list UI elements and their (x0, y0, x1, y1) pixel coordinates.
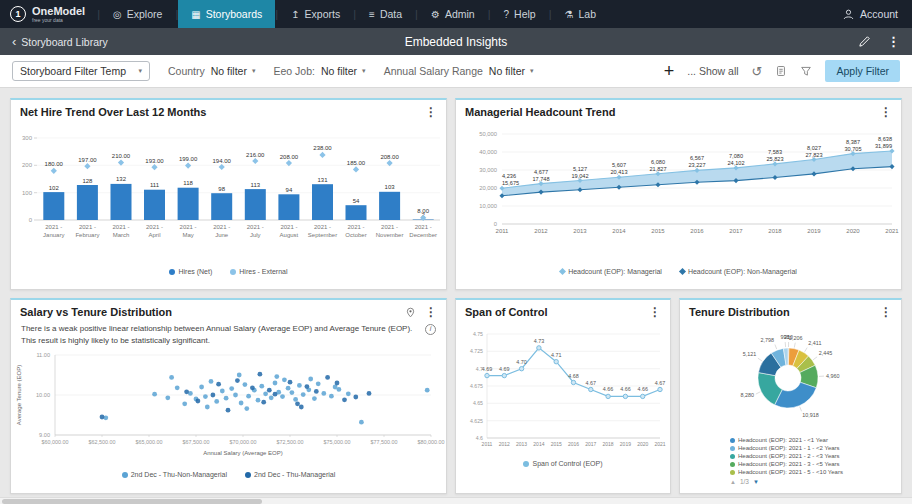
storyboard-filter-template-select[interactable]: Storyboard Filter Temp ▾ (12, 61, 150, 81)
legend-page-up-icon[interactable]: ▲ (730, 479, 736, 485)
country-filter-dropdown[interactable]: No filter ▾ (211, 65, 256, 77)
card-title: Span of Control (465, 306, 548, 318)
card-menu-icon[interactable]: ⋮ (425, 106, 437, 118)
legend-item[interactable]: Headcount (EOP): 2021 - 1 - <2 Years (730, 445, 901, 451)
pencil-icon (858, 35, 871, 48)
nav-item-storyboards[interactable]: ▦ Storyboards (178, 0, 275, 28)
nav-label: Lab (579, 8, 597, 20)
legend-item[interactable]: Headcount (EOP): Managerial (560, 268, 662, 275)
nav-item-data[interactable]: ≡ Data (356, 0, 415, 28)
info-icon[interactable]: i (425, 324, 436, 335)
legend-label: Headcount (EOP): Non-Managerial (688, 268, 797, 275)
card-header: Span of Control ⋮ (456, 300, 670, 320)
legend-label: Headcount (EOP): 2021 - 3 - <5 Years (738, 461, 840, 467)
svg-text:8,280: 8,280 (741, 392, 755, 398)
nav-label: Explore (127, 8, 163, 20)
legend-label: 2nd Dec - Thu-Managerial (254, 471, 335, 478)
svg-text:9.00: 9.00 (39, 432, 50, 438)
eeo-job-filter-dropdown[interactable]: No filter ▾ (321, 65, 366, 77)
svg-text:5,127: 5,127 (573, 166, 587, 172)
svg-text:194.00: 194.00 (213, 158, 232, 164)
nav-item-admin[interactable]: ⚙ Admin (418, 0, 488, 28)
legend-item[interactable]: Hires - External (230, 268, 287, 275)
svg-text:2014: 2014 (533, 441, 544, 447)
legend-item[interactable]: Headcount (EOP): Non-Managerial (680, 268, 797, 275)
tenure-donut-chart[interactable]: 2102,2062,4112,4454,96010,9188,2805,1212… (680, 320, 901, 436)
card-menu-icon[interactable]: ⋮ (880, 306, 892, 318)
add-filter-button[interactable]: + (664, 62, 675, 80)
svg-text:$77,500.00: $77,500.00 (371, 439, 398, 445)
legend-item[interactable]: Hires (Net) (169, 268, 212, 275)
svg-text:2020: 2020 (637, 441, 648, 447)
svg-text:6,567: 6,567 (690, 155, 704, 161)
brand[interactable]: 1 OneModel free your data (0, 0, 97, 28)
nav-item-exports[interactable]: ↥ Exports (278, 0, 353, 28)
save-filter-button[interactable] (775, 65, 787, 77)
svg-text:June: June (215, 232, 229, 238)
scrollbar-thumb[interactable] (2, 499, 262, 504)
svg-text:208.00: 208.00 (380, 154, 399, 160)
svg-text:2021 -: 2021 - (79, 224, 96, 230)
card-net-hire-trend: Net Hire Trend Over Last 12 Months ⋮ 010… (10, 98, 447, 290)
span-of-control-line-chart[interactable]: 4.64.6254.654.6754.74.7254.754.6920114.6… (456, 320, 670, 460)
apply-filter-button[interactable]: Apply Filter (825, 60, 900, 82)
nav-item-explore[interactable]: ◎ Explore (100, 0, 175, 28)
card-header: Net Hire Trend Over Last 12 Months ⋮ (11, 100, 446, 120)
svg-text:6,080: 6,080 (651, 159, 665, 165)
chevron-down-icon: ▾ (362, 67, 366, 75)
svg-text:197.00: 197.00 (78, 157, 97, 163)
account-menu[interactable]: Account (828, 0, 912, 28)
svg-text:2,411: 2,411 (808, 340, 821, 346)
horizontal-scrollbar[interactable] (0, 497, 912, 504)
legend-label: Hires (Net) (178, 268, 212, 275)
svg-text:21,827: 21,827 (649, 166, 666, 172)
svg-text:100: 100 (22, 190, 33, 196)
svg-text:2012: 2012 (499, 441, 510, 447)
insight-pin-icon[interactable] (405, 307, 416, 318)
svg-text:4.71: 4.71 (551, 352, 562, 358)
svg-text:2021 -: 2021 - (415, 224, 432, 230)
insight-text: There is a weak positive linear relation… (11, 320, 446, 349)
legend-item[interactable]: Headcount (EOP): 2021 - 5 - <10 Years (730, 469, 901, 475)
legend-item[interactable]: Headcount (EOP): 2021 - 3 - <5 Years (730, 461, 901, 467)
net-hire-bar-chart[interactable]: 0100200300102180.002021 -January128197.0… (11, 120, 446, 268)
legend-item[interactable]: Span of Control (EOP) (523, 460, 602, 467)
card-menu-icon[interactable]: ⋮ (425, 306, 437, 318)
insight-line-1: There is a weak positive linear relation… (21, 323, 418, 335)
svg-text:2021 -: 2021 - (314, 224, 331, 230)
svg-text:Annual Salary (Average EOP): Annual Salary (Average EOP) (203, 450, 283, 456)
salary-range-filter-dropdown[interactable]: No filter ▾ (489, 65, 534, 77)
storyboards-icon: ▦ (191, 9, 200, 20)
help-icon: ? (504, 9, 510, 20)
svg-text:128: 128 (82, 178, 93, 184)
card-managerial-headcount-trend: Managerial Headcount Trend ⋮ 010,00020,0… (455, 98, 902, 290)
chevron-down-icon: ▾ (252, 67, 256, 75)
nav-item-lab[interactable]: ⚗ Lab (552, 0, 610, 28)
legend-label: Headcount (EOP): 2021 - 1 - <2 Years (738, 445, 840, 451)
legend-marker (730, 470, 735, 475)
svg-text:4.69: 4.69 (482, 366, 493, 372)
clear-filter-button[interactable] (800, 65, 812, 77)
legend-item[interactable]: 2nd Dec - Thu-Non-Managerial (122, 471, 227, 478)
show-all-link[interactable]: ... Show all (687, 65, 738, 77)
svg-text:February: February (75, 232, 99, 238)
card-menu-icon[interactable]: ⋮ (649, 306, 661, 318)
nav-item-help[interactable]: ? Help (491, 0, 549, 28)
legend-item[interactable]: 2nd Dec - Thu-Managerial (245, 471, 335, 478)
legend-item[interactable]: Headcount (EOP): 2021 - 2 - <3 Years (730, 453, 901, 459)
card-menu-icon[interactable]: ⋮ (880, 106, 892, 118)
nav-label: Storyboards (206, 8, 263, 20)
managerial-area-chart[interactable]: 010,00020,00030,00040,00050,0004,23615,6… (456, 120, 901, 268)
document-icon (775, 65, 787, 77)
svg-text:11.00: 11.00 (36, 352, 50, 358)
legend-page-down-icon[interactable]: ▼ (753, 479, 759, 485)
salary-tenure-scatter-chart[interactable]: 9.0010.0011.00$60,000.00$62,500.00$65,00… (11, 349, 446, 471)
back-to-library-link[interactable]: ‹ Storyboard Library (12, 35, 108, 48)
storyboard-kebab-icon[interactable]: ⋮ (887, 35, 900, 48)
legend-item[interactable]: Headcount (EOP): 2021 - <1 Year (730, 437, 901, 443)
svg-text:$75,000.00: $75,000.00 (324, 439, 351, 445)
edit-button[interactable] (858, 35, 871, 48)
legend-label: Headcount (EOP): 2021 - <1 Year (738, 437, 828, 443)
svg-text:2021 -: 2021 - (381, 224, 398, 230)
undo-button[interactable]: ↺ (752, 65, 763, 78)
